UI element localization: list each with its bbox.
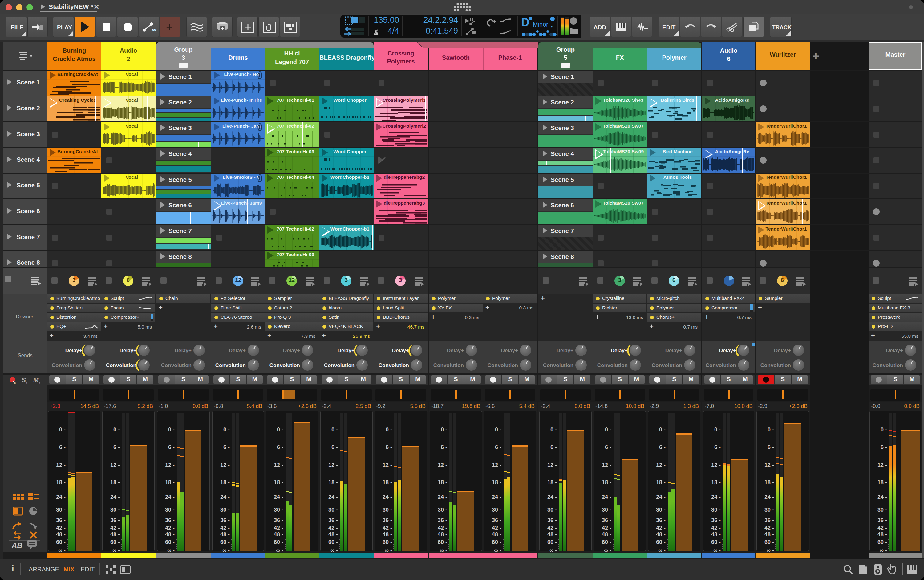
svg-text:S: S bbox=[21, 377, 26, 383]
svg-text:x: x bbox=[38, 380, 41, 385]
svg-text:x: x bbox=[13, 380, 16, 385]
svg-text:w: w bbox=[152, 27, 156, 33]
svg-text:x: x bbox=[26, 380, 28, 385]
svg-text:M: M bbox=[33, 377, 39, 383]
